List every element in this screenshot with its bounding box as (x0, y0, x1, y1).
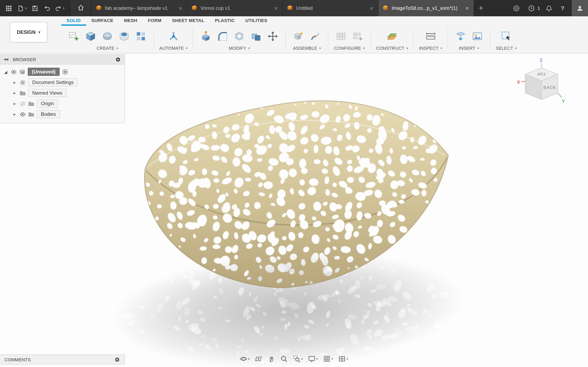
status-circle-icon[interactable] (510, 2, 523, 14)
expand-arrow-icon[interactable]: ▶ (12, 81, 17, 84)
document-tab-fab-academy-lampshade-v1[interactable]: fab academy– lampshade v1× (92, 0, 187, 16)
visibility-off-icon[interactable] (20, 100, 26, 107)
redo-icon[interactable]: ▾ (53, 2, 67, 14)
ribbon-tab-sheet-metal[interactable]: SHEET METAL (167, 16, 210, 26)
move-icon[interactable] (265, 29, 280, 43)
ribbon-toolbar: DESIGN ▾ SOLIDSURFACEMESHFORMSHEET METAL… (0, 16, 588, 53)
browser-row-origin[interactable]: ▶Origin (0, 98, 125, 109)
tool-group-modify: MODIFY▾ (193, 26, 285, 53)
notifications-bell-icon[interactable] (543, 2, 556, 14)
browser-row-named-views[interactable]: ▶Named Views (0, 88, 125, 98)
visibility-icon[interactable] (20, 111, 26, 117)
document-tab-imagetostl-co-p-v1-voro-1[interactable]: ImageToStl.co...p_v1_voro*(1)× (379, 0, 474, 16)
home-tab[interactable] (70, 0, 92, 16)
document-tab-untitled[interactable]: Untitled× (283, 0, 379, 16)
group-label-assemble[interactable]: ASSEMBLE▾ (293, 46, 321, 53)
combine-icon[interactable] (249, 29, 263, 43)
ribbon-tab-surface[interactable]: SURFACE (86, 16, 119, 26)
tab-close-icon[interactable]: × (178, 5, 183, 11)
activate-radio-icon[interactable] (62, 69, 68, 75)
group-label-inspect[interactable]: INSPECT▾ (419, 46, 442, 53)
ribbon-tool-groups: CREATE▾AUTOMATE▾MODIFY▾ASSEMBLE▾CONFIGUR… (61, 26, 588, 53)
plane-icon[interactable] (385, 29, 399, 43)
press-pull-icon[interactable] (199, 29, 213, 43)
comments-expand-icon[interactable] (114, 357, 120, 362)
ribbon-tab-plastic[interactable]: PLASTIC (210, 16, 240, 26)
display-settings-icon[interactable]: ▾ (306, 354, 320, 364)
chevron-down-icon: ▾ (477, 46, 479, 50)
chevron-down-icon: ▾ (441, 46, 442, 50)
browser-row-unsaved[interactable]: ◢(Unsaved) (0, 67, 125, 77)
ribbon-tab-utilities[interactable]: UTILITIES (240, 16, 273, 26)
undo-icon[interactable] (41, 2, 52, 14)
browser-item-label[interactable]: Document Settings (28, 78, 78, 86)
browser-tree: ◢(Unsaved)▶Document Settings▶Named Views… (0, 64, 125, 123)
file-menu-icon[interactable]: ▾ (15, 2, 29, 14)
panel-options-icon[interactable] (115, 57, 121, 62)
browser-item-label[interactable]: Bodies (37, 110, 60, 118)
workspace-selector[interactable]: DESIGN ▾ (10, 22, 47, 42)
expand-arrow-icon[interactable]: ▶ (12, 102, 17, 105)
chevron-down-icon: ▾ (248, 46, 250, 50)
group-label-create[interactable]: CREATE▾ (96, 46, 118, 53)
viewports-icon[interactable]: ▾ (336, 354, 350, 364)
comments-bar[interactable]: COMMENTS (0, 354, 125, 365)
pan-icon[interactable] (266, 354, 277, 364)
fillet-icon[interactable] (215, 29, 230, 43)
pattern-icon[interactable] (134, 29, 148, 43)
sweep-icon[interactable] (100, 29, 115, 43)
browser-item-label[interactable]: Named Views (28, 89, 67, 97)
new-component-icon[interactable] (291, 29, 306, 43)
ribbon-tab-solid[interactable]: SOLID (61, 16, 86, 26)
hole-icon[interactable] (117, 29, 131, 43)
group-label-select[interactable]: SELECT▾ (496, 46, 517, 53)
shell-icon[interactable] (232, 29, 247, 43)
tab-close-icon[interactable]: × (465, 5, 470, 11)
expand-arrow-icon[interactable]: ▶ (12, 91, 17, 95)
ribbon-tab-form[interactable]: FORM (143, 16, 167, 26)
ribbon-tab-mesh[interactable]: MESH (119, 16, 143, 26)
insert-mesh-icon[interactable] (453, 29, 468, 43)
user-avatar[interactable] (572, 0, 588, 16)
config-insert-icon[interactable] (350, 29, 365, 43)
joint-icon[interactable] (308, 29, 323, 43)
tool-group-inspect: INSPECT▾ (414, 26, 447, 53)
expand-arrow-icon[interactable]: ▶ (12, 112, 17, 116)
canvas-image-icon[interactable] (470, 29, 485, 43)
save-icon[interactable] (29, 2, 40, 14)
automate-icon[interactable] (166, 29, 181, 43)
look-at-icon[interactable] (253, 354, 264, 364)
clock-icon[interactable] (525, 2, 538, 14)
visibility-icon[interactable] (11, 69, 17, 75)
config-table-icon[interactable] (334, 29, 348, 43)
browser-item-label[interactable]: Origin (37, 100, 58, 108)
select-icon[interactable] (499, 29, 514, 43)
tab-close-icon[interactable]: × (369, 5, 374, 11)
group-label-construct[interactable]: CONSTRUCT▾ (376, 46, 408, 53)
sketch-icon[interactable] (67, 29, 81, 43)
browser-row-document-settings[interactable]: ▶Document Settings (0, 77, 125, 88)
chevron-down-icon: ▾ (38, 30, 40, 34)
folder-icon (20, 90, 26, 96)
help-icon[interactable]: ? (558, 2, 568, 14)
collapse-panel-icon[interactable]: ◀◀ (4, 58, 8, 61)
document-tab-vornoi-cup-v1[interactable]: Vornoi cup v1× (187, 0, 283, 16)
measure-icon[interactable] (423, 29, 438, 43)
expand-arrow-icon[interactable]: ◢ (3, 69, 8, 74)
zoom-icon[interactable] (278, 354, 290, 364)
extrude-icon[interactable] (83, 29, 98, 43)
new-tab-button[interactable]: + (474, 0, 488, 16)
group-label-insert[interactable]: INSERT▾ (459, 46, 479, 53)
group-label-configure[interactable]: CONFIGURE▾ (334, 46, 365, 53)
group-label-automate[interactable]: AUTOMATE▾ (159, 46, 187, 53)
document-cube-icon (287, 5, 293, 12)
browser-row-bodies[interactable]: ▶Bodies (0, 109, 125, 119)
tab-close-icon[interactable]: × (274, 5, 278, 11)
grid-settings-icon[interactable]: ▾ (321, 354, 335, 364)
view-cube[interactable]: Z TOP BACK X Y (516, 57, 567, 106)
orbit-icon[interactable]: ▾ (238, 354, 252, 364)
group-label-modify[interactable]: MODIFY▾ (229, 46, 250, 53)
zoom-window-icon[interactable]: ▾ (291, 354, 305, 364)
browser-item-label[interactable]: (Unsaved) (28, 68, 60, 76)
app-grid-icon[interactable] (3, 2, 14, 14)
